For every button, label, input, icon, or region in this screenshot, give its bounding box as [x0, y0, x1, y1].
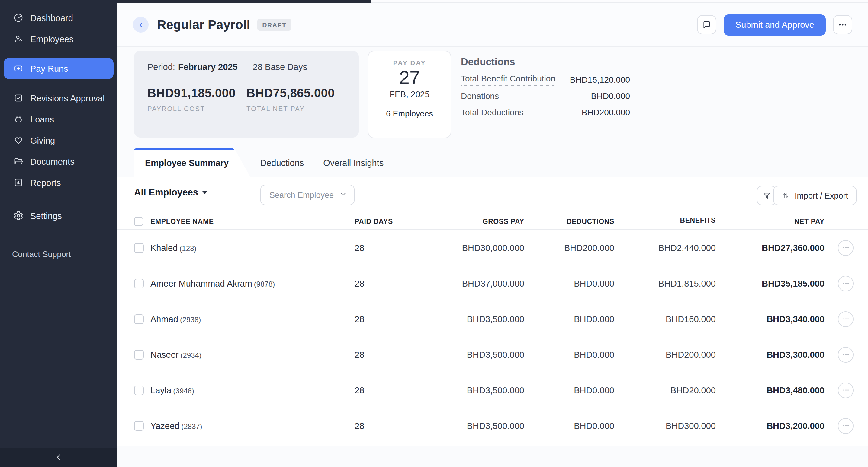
back-button[interactable] [133, 17, 149, 33]
row-checkbox[interactable] [134, 349, 144, 359]
period-label: Period: [147, 62, 175, 72]
period-card: Period: February 2025 28 Base Days BHD91… [134, 51, 359, 138]
employee-row[interactable]: Ahmad(2938) 28 BHD3,500.000 BHD0.000 BHD… [117, 301, 868, 337]
row-checkbox[interactable] [134, 314, 144, 324]
ellipsis-icon [842, 351, 849, 358]
employee-row[interactable]: Layla(3948) 28 BHD3,500.000 BHD0.000 BHD… [117, 372, 868, 408]
tab[interactable]: Deductions [250, 148, 313, 177]
ellipsis-icon [842, 422, 849, 430]
caret-down-icon [203, 191, 207, 196]
employee-row[interactable]: Ameer Muhammad Akram(9878) 28 BHD37,000.… [117, 265, 868, 301]
row-more-actions-button[interactable] [838, 382, 854, 398]
col-header-deductions: DEDUCTIONS [566, 218, 614, 225]
comments-button[interactable] [698, 15, 717, 34]
more-actions-button[interactable] [833, 15, 852, 34]
sidebar-item[interactable]: Giving [4, 130, 114, 151]
sidebar-item[interactable]: Employees [4, 28, 114, 49]
benefits-cell: BHD20.000 [671, 385, 716, 395]
gross-pay-cell: BHD37,000.000 [462, 278, 524, 288]
employee-name-cell: Ahmad(2938) [150, 314, 201, 324]
page-title: Regular Payroll [157, 18, 250, 32]
chevron-left-icon [137, 22, 144, 28]
col-header-benefits: BENEFITS [680, 216, 716, 226]
ellipsis-icon [842, 244, 849, 252]
employee-id: (3948) [173, 387, 194, 395]
gross-pay-cell: BHD3,500.000 [467, 421, 524, 431]
deductions-title: Deductions [461, 56, 630, 68]
sidebar-item[interactable]: Loans [4, 109, 114, 130]
sidebar-item[interactable]: Documents [4, 151, 114, 172]
row-more-actions-button[interactable] [838, 311, 854, 327]
select-all-checkbox[interactable] [134, 217, 143, 226]
employee-name-cell: Naseer(2934) [150, 349, 202, 359]
top-strip [117, 0, 868, 3]
row-more-actions-button[interactable] [838, 418, 854, 434]
col-header-gross-pay: GROSS PAY [483, 218, 524, 225]
loans-icon [13, 114, 24, 124]
benefits-cell: BHD1,815.000 [658, 278, 716, 288]
tab[interactable]: Overall Insights [313, 148, 393, 177]
row-more-actions-button[interactable] [838, 240, 854, 256]
deductions-cell: BHD0.000 [574, 421, 614, 431]
employee-name-cell: Ameer Muhammad Akram(9878) [150, 278, 275, 288]
sidebar-item-label: Employees [30, 34, 73, 44]
sidebar-item-label: Loans [30, 114, 54, 124]
main-content: Regular Payroll DRAFT Submit and Approve… [117, 0, 868, 467]
sidebar-item[interactable]: Dashboard [4, 7, 114, 28]
employees-icon [13, 34, 24, 44]
deduction-value: BHD0.000 [591, 91, 630, 100]
paid-days-cell: 28 [354, 385, 364, 395]
row-checkbox[interactable] [134, 278, 144, 288]
payroll-cost-value: BHD91,185.000 [147, 86, 246, 100]
net-pay-cell: BHD3,340.000 [767, 314, 825, 324]
gross-pay-cell: BHD3,500.000 [467, 349, 524, 359]
sidebar-item[interactable]: Settings [4, 205, 114, 226]
sidebar-item[interactable]: Reports [4, 172, 114, 193]
tab[interactable]: Employee Summary [134, 148, 250, 177]
deduction-row: Total Benefit Contribution BHD15,120.000 [461, 75, 630, 84]
settings-icon [13, 210, 24, 221]
deduction-label: Total Deductions [461, 107, 523, 117]
import-export-icon [782, 191, 790, 200]
payrun-summary: Period: February 2025 28 Base Days BHD91… [117, 47, 868, 138]
ellipsis-icon [838, 20, 847, 30]
documents-icon [13, 156, 24, 167]
row-checkbox[interactable] [134, 243, 144, 253]
employee-id: (2837) [181, 422, 202, 431]
row-checkbox[interactable] [134, 385, 144, 395]
employee-scope-dropdown[interactable]: All Employees [134, 187, 207, 198]
row-checkbox[interactable] [134, 421, 144, 431]
sidebar-item[interactable]: Revisions Approval [4, 88, 114, 109]
sidebar-collapse-button[interactable] [0, 448, 117, 467]
row-more-actions-button[interactable] [838, 275, 854, 291]
deductions-cell: BHD0.000 [574, 349, 614, 359]
sidebar-item[interactable]: Pay Runs [4, 58, 114, 79]
contact-support-link[interactable]: Contact Support [12, 250, 117, 259]
import-export-button[interactable]: Import / Export [773, 186, 857, 205]
ellipsis-icon [842, 279, 849, 287]
search-employee-select[interactable]: Search Employee [260, 185, 354, 205]
ellipsis-icon [842, 386, 849, 394]
deduction-value: BHD15,120.000 [570, 74, 630, 84]
employee-row[interactable]: Yazeed(2837) 28 BHD3,500.000 BHD0.000 BH… [117, 408, 868, 443]
pay-runs-icon [13, 63, 24, 74]
row-more-actions-button[interactable] [838, 346, 854, 362]
net-pay-cell: BHD35,185.000 [762, 278, 825, 288]
submit-and-approve-button[interactable]: Submit and Approve [724, 14, 826, 35]
employee-id: (123) [179, 244, 196, 253]
employee-row[interactable]: Khaled(123) 28 BHD30,000.000 BHD200.000 … [117, 230, 868, 265]
revisions-approval-icon [13, 93, 24, 103]
dashboard-icon [13, 13, 24, 23]
app-window: Dashboard Employees Pay Runs Revisions A… [0, 0, 868, 467]
sidebar-divider [6, 239, 111, 240]
total-net-pay-value: BHD75,865.000 [246, 86, 345, 100]
payday-date: FEB, 2025 [369, 89, 451, 99]
ellipsis-icon [842, 315, 849, 323]
employee-name-cell: Khaled(123) [150, 243, 196, 253]
benefits-cell: BHD2,440.000 [658, 243, 716, 253]
sidebar-item-label: Reports [30, 178, 61, 187]
employee-row[interactable]: Naseer(2934) 28 BHD3,500.000 BHD0.000 BH… [117, 337, 868, 372]
tab-bar: Employee Summary Deductions Overall Insi… [134, 148, 393, 177]
chevron-down-icon [339, 190, 347, 199]
deductions-cell: BHD0.000 [574, 314, 614, 324]
